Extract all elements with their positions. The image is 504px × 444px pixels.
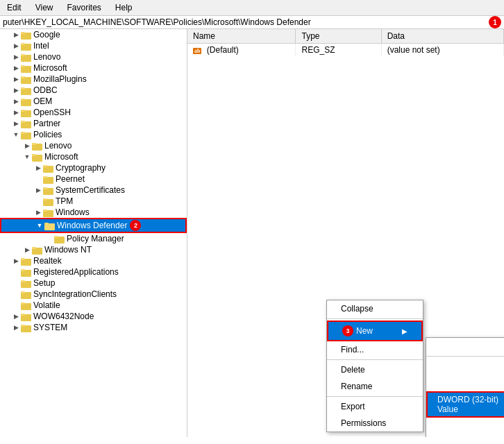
expander-wow6432[interactable]: ▶	[11, 311, 21, 321]
svg-rect-32	[43, 198, 47, 200]
svg-rect-38	[54, 236, 58, 238]
tree-item-wow6432[interactable]: ▶ WOW6432Node	[0, 311, 187, 322]
expander-windows[interactable]: ▶	[33, 207, 43, 217]
windows-defender-badge: 2	[130, 220, 141, 231]
ctx-permissions[interactable]: Permissions	[327, 415, 423, 432]
tree-item-setup[interactable]: ▶ Setup	[0, 278, 187, 289]
svg-rect-2	[21, 32, 25, 34]
expander-realtek[interactable]: ▶	[11, 256, 21, 266]
tree-item-realtek[interactable]: ▶ Realtek	[0, 255, 187, 266]
ctx-delete[interactable]: Delete	[327, 361, 423, 378]
expander-systemcertificates[interactable]: ▶	[33, 185, 43, 195]
expander-oem[interactable]: ▶	[11, 96, 21, 106]
expander-openssh[interactable]: ▶	[11, 108, 21, 117]
tree-label-system: SYSTEM	[33, 323, 67, 332]
tree-item-intel[interactable]: ▶ Intel	[0, 40, 187, 51]
tree-item-system[interactable]: ▶ SYSTEM	[0, 322, 187, 333]
tree-item-windows-defender[interactable]: ▼ Windows Defender 2	[0, 218, 187, 233]
col-name: Name	[187, 29, 296, 44]
svg-rect-28	[43, 176, 47, 178]
table-row[interactable]: ab (Default) REG_SZ (value not set)	[187, 44, 504, 57]
tree-item-policy-manager[interactable]: ▶ Policy Manager	[0, 233, 187, 244]
folder-icon-peernet	[43, 174, 54, 184]
tree-item-lenovo-top[interactable]: ▶ Lenovo	[0, 51, 187, 62]
tree-label-systemcertificates: SystemCertificates	[56, 185, 125, 195]
folder-icon-system	[21, 323, 32, 332]
menu-edit[interactable]: Edit	[0, 1, 28, 14]
tree-label-cryptography: Cryptography	[56, 163, 106, 173]
main-content: ▶ Google ▶ Intel ▶ Lenovo	[0, 29, 504, 437]
folder-icon-tpm	[43, 196, 54, 206]
tree-label-policies: Policies	[33, 130, 62, 139]
sub-dword-value[interactable]: DWORD (32-bit) Value 4	[426, 391, 504, 418]
tree-item-openssh[interactable]: ▶ OpenSSH	[0, 107, 187, 118]
col-data: Data	[381, 29, 503, 44]
expander-mozilla[interactable]: ▶	[11, 74, 21, 84]
tree-item-registered-apps[interactable]: ▶ RegisteredApplications	[0, 266, 187, 278]
sub-string-value[interactable]: String Value	[426, 358, 504, 375]
tree-item-oem[interactable]: ▶ OEM	[0, 96, 187, 107]
tree-item-peernet[interactable]: ▶ Peernet	[0, 173, 187, 185]
ctx-new-badge: 3	[342, 325, 353, 336]
tree-panel[interactable]: ▶ Google ▶ Intel ▶ Lenovo	[0, 29, 187, 437]
expander-lenovo-top[interactable]: ▶	[11, 52, 21, 62]
tree-item-sync-integration[interactable]: ▶ SyncIntegrationClients	[0, 289, 187, 300]
expander-lenovo-policies[interactable]: ▶	[22, 141, 32, 151]
tree-label-setup: Setup	[33, 278, 55, 288]
expander-partner[interactable]: ▶	[11, 119, 21, 128]
svg-rect-16	[21, 110, 25, 112]
tree-item-lenovo-policies[interactable]: ▶ Lenovo	[0, 140, 187, 151]
expander-windows-nt[interactable]: ▶	[22, 245, 32, 255]
expander-windows-defender[interactable]: ▼	[35, 221, 44, 230]
sub-qword-value[interactable]: QWORD (64-bit) Value	[426, 418, 504, 434]
folder-icon-intel	[21, 41, 32, 51]
tree-item-partner[interactable]: ▶ Partner	[0, 118, 187, 129]
tree-item-mozilla[interactable]: ▶ MozillaPlugins	[0, 74, 187, 85]
svg-rect-36	[44, 223, 49, 225]
tree-item-windows-nt[interactable]: ▶ Windows NT	[0, 244, 187, 255]
ctx-new[interactable]: 3 New ▶ Key String Value Binary Value DW…	[327, 321, 423, 341]
ctx-find[interactable]: Find...	[327, 341, 423, 358]
folder-icon-openssh	[21, 108, 32, 117]
tree-label-sync-integration: SyncIntegrationClients	[33, 289, 117, 299]
tree-item-microsoft-top[interactable]: ▶ Microsoft	[0, 62, 187, 74]
expander-system[interactable]: ▶	[11, 323, 21, 332]
tree-item-google[interactable]: ▶ Google	[0, 29, 187, 40]
ctx-collapse[interactable]: Collapse	[327, 300, 423, 317]
expander-microsoft-top[interactable]: ▶	[11, 63, 21, 73]
tree-label-intel: Intel	[33, 41, 49, 51]
tree-label-partner: Partner	[33, 119, 60, 128]
tree-item-policies[interactable]: ▼ Policies	[0, 129, 187, 140]
menu-view[interactable]: View	[28, 1, 60, 14]
tree-item-volatile[interactable]: ▶ Volatile	[0, 300, 187, 311]
expander-microsoft-policies[interactable]: ▼	[22, 152, 32, 162]
sub-separator	[426, 356, 504, 357]
expander-odbc[interactable]: ▶	[11, 85, 21, 95]
sub-binary-value[interactable]: Binary Value	[426, 375, 504, 391]
tree-item-microsoft-policies[interactable]: ▼ Microsoft	[0, 151, 187, 162]
tree-label-lenovo-top: Lenovo	[33, 52, 60, 62]
svg-rect-40	[32, 247, 36, 249]
expander-cryptography[interactable]: ▶	[33, 163, 43, 173]
menu-favorites[interactable]: Favorites	[60, 1, 108, 14]
tree-item-systemcertificates[interactable]: ▶ SystemCertificates	[0, 185, 187, 196]
tree-label-windows-nt: Windows NT	[44, 245, 92, 255]
tree-item-cryptography[interactable]: ▶ Cryptography	[0, 162, 187, 173]
submenu: Key String Value Binary Value DWORD (32-…	[426, 337, 504, 437]
tree-item-tpm[interactable]: ▶ TPM	[0, 196, 187, 207]
tree-item-odbc[interactable]: ▶ ODBC	[0, 85, 187, 96]
sub-key[interactable]: Key	[426, 338, 504, 355]
expander-policies[interactable]: ▼	[11, 130, 21, 139]
expander-intel[interactable]: ▶	[11, 41, 21, 51]
sub-multi-string[interactable]: Multi String Value	[426, 434, 504, 437]
menu-help[interactable]: Help	[108, 1, 140, 14]
expander-google[interactable]: ▶	[11, 30, 21, 40]
folder-icon-systemcertificates	[43, 185, 54, 195]
folder-icon-windows-defender	[44, 221, 56, 230]
tree-item-windows[interactable]: ▶ Windows	[0, 207, 187, 218]
ctx-rename[interactable]: Rename	[327, 378, 423, 395]
registry-table: Name Type Data ab (Default) REG_SZ (valu…	[187, 29, 504, 56]
ctx-export[interactable]: Export	[327, 398, 423, 415]
folder-icon-sync-integration	[21, 289, 32, 299]
svg-rect-54	[21, 325, 25, 327]
